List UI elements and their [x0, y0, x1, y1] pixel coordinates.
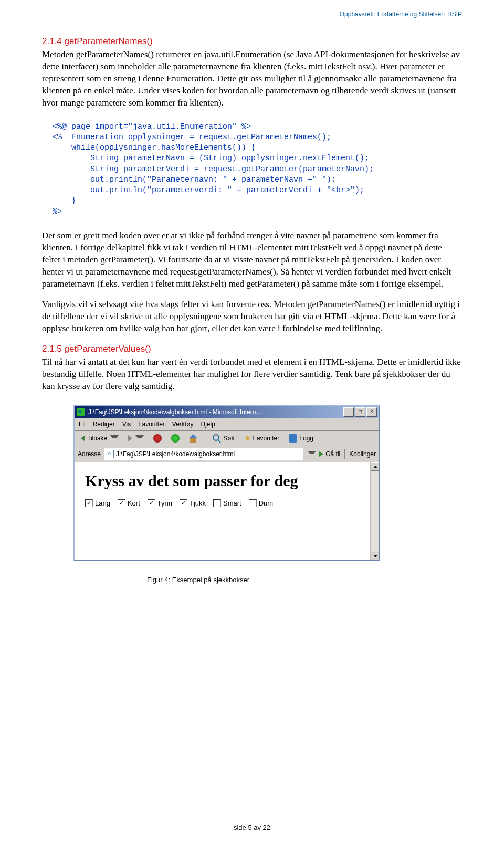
page-footer: side 5 av 22: [0, 824, 504, 832]
links-label[interactable]: Koblinger: [349, 450, 376, 458]
back-button[interactable]: Tilbake: [78, 434, 122, 443]
menu-file[interactable]: Fil: [79, 420, 86, 428]
checkbox-label: Tjukk: [190, 499, 206, 507]
stop-icon: [153, 434, 162, 443]
checkbox-input[interactable]: [249, 499, 257, 507]
checkbox-smart: Smart: [213, 499, 242, 507]
address-input[interactable]: J:\Fag\JSP\Leksjon4\kode\valgbokser.html: [104, 448, 303, 460]
toolbar: Tilbake Søk ★ Favoritter: [75, 431, 379, 446]
close-button[interactable]: ×: [366, 407, 377, 417]
toolbar-separator: [344, 449, 345, 459]
log-label: Logg: [299, 435, 313, 442]
stop-button[interactable]: [150, 433, 165, 444]
chevron-down-icon: [110, 435, 119, 442]
log-button[interactable]: Logg: [286, 433, 317, 444]
ie-icon: [77, 408, 85, 416]
browser-window: J:\Fag\JSP\Leksjon4\kode\valgbokser.html…: [74, 405, 380, 561]
checkbox-label: Kort: [128, 499, 140, 507]
home-icon: [189, 434, 197, 443]
section-title: getParameterNames(): [65, 36, 153, 46]
menu-favorites[interactable]: Favoritter: [138, 420, 165, 428]
search-button[interactable]: Søk: [209, 433, 237, 444]
para2: Det som er greit med koden over er at vi…: [42, 230, 462, 290]
checkbox-label: Lang: [95, 499, 110, 507]
scrollbar[interactable]: [370, 462, 379, 560]
content-area: Kryss av det som passer for deg ✓Lang✓Ko…: [75, 462, 379, 560]
arrow-right-icon: [128, 435, 132, 441]
star-icon: ★: [244, 435, 251, 442]
address-bar: Adresse J:\Fag\JSP\Leksjon4\kode\valgbok…: [75, 446, 379, 462]
figure-wrapper: J:\Fag\JSP\Leksjon4\kode\valgbokser.html…: [74, 405, 462, 584]
menu-tools[interactable]: Verktøy: [172, 420, 194, 428]
checkbox-kort: ✓Kort: [118, 499, 140, 507]
checkbox-tynn: ✓Tynn: [148, 499, 172, 507]
menubar: Fil Rediger Vis Favoritter Verktøy Hjelp: [75, 418, 379, 431]
go-label: Gå til: [326, 450, 340, 458]
titlebar: J:\Fag\JSP\Leksjon4\kode\valgbokser.html…: [75, 406, 379, 418]
address-label: Adresse: [78, 450, 101, 458]
checkbox-input[interactable]: ✓: [180, 499, 187, 507]
figure-caption: Figur 4: Eksempel på sjekkbokser: [147, 576, 462, 584]
checkbox-input[interactable]: ✓: [148, 499, 155, 507]
go-arrow-icon: [319, 451, 323, 457]
menu-edit[interactable]: Rediger: [93, 420, 115, 428]
section-number: 2.1.5: [42, 344, 62, 354]
toolbar-separator: [321, 433, 321, 444]
section-number: 2.1.4: [42, 36, 62, 46]
history-icon: [289, 434, 297, 443]
code-block-1: <%@ page import="java.util.Enumeration" …: [52, 122, 462, 217]
checkbox-label: Smart: [223, 499, 242, 507]
section-title: getParameterValues(): [65, 344, 151, 354]
home-button[interactable]: [186, 433, 201, 444]
refresh-button[interactable]: [168, 433, 183, 444]
scroll-down-button[interactable]: [371, 552, 379, 560]
header-divider: [42, 20, 462, 20]
toolbar-separator: [205, 433, 205, 444]
para3: Vanligvis vil vi selvsagt vite hva slags…: [42, 299, 462, 335]
favorites-button[interactable]: ★ Favoritter: [241, 434, 283, 443]
menu-help[interactable]: Hjelp: [201, 420, 215, 428]
section1-para1: Metoden getParameterNames() returnerer e…: [42, 49, 462, 109]
page-heading: Kryss av det som passer for deg: [85, 472, 369, 490]
checkbox-tjukk: ✓Tjukk: [180, 499, 206, 507]
go-button[interactable]: Gå til: [319, 450, 340, 458]
checkbox-input[interactable]: ✓: [118, 499, 125, 507]
minimize-button[interactable]: _: [343, 407, 354, 417]
checkbox-lang: ✓Lang: [85, 499, 110, 507]
copyright-header: Opphavsrett: Forfatterne og Stiftelsen T…: [42, 10, 462, 20]
checkbox-dum: Dum: [249, 499, 273, 507]
menu-view[interactable]: Vis: [122, 420, 131, 428]
checkbox-input[interactable]: ✓: [85, 499, 93, 507]
checkbox-row: ✓Lang✓Kort✓Tynn✓TjukkSmartDum: [85, 499, 369, 507]
section-heading-1: 2.1.4 getParameterNames(): [42, 36, 462, 47]
favorites-label: Favoritter: [253, 435, 280, 442]
search-label: Søk: [223, 435, 234, 442]
checkbox-label: Tynn: [158, 499, 172, 507]
section-heading-2: 2.1.5 getParameterValues(): [42, 344, 462, 354]
chevron-down-icon: [135, 435, 144, 442]
search-icon: [213, 434, 221, 443]
forward-button[interactable]: [125, 434, 147, 443]
chevron-down-icon[interactable]: [308, 451, 316, 458]
page-icon: [107, 450, 114, 458]
scroll-up-button[interactable]: [371, 462, 379, 471]
refresh-icon: [171, 434, 180, 443]
window-title: J:\Fag\JSP\Leksjon4\kode\valgbokser.html…: [88, 408, 261, 416]
checkbox-input[interactable]: [213, 499, 221, 507]
section2-para1: Til nå har vi antatt at det kun har vært…: [42, 356, 462, 393]
checkbox-label: Dum: [259, 499, 273, 507]
address-value: J:\Fag\JSP\Leksjon4\kode\valgbokser.html: [116, 450, 235, 458]
maximize-button[interactable]: □: [355, 407, 365, 417]
arrow-left-icon: [81, 435, 85, 441]
back-label: Tilbake: [87, 435, 107, 442]
